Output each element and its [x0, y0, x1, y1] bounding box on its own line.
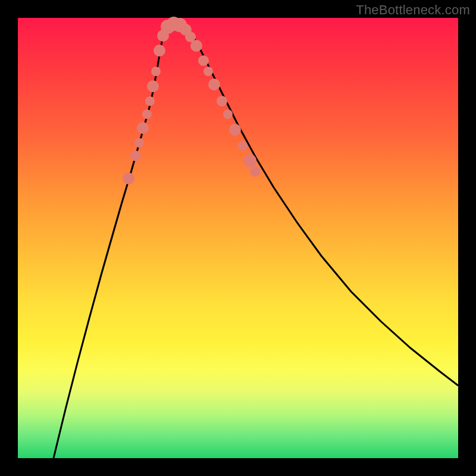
- watermark-text: TheBottleneck.com: [356, 2, 470, 18]
- chart-frame: TheBottleneck.com: [0, 0, 476, 476]
- curve-marker: [145, 96, 155, 106]
- curve-marker: [123, 173, 134, 184]
- curve-markers: [123, 17, 261, 184]
- curve-marker: [243, 154, 256, 167]
- curve-marker: [238, 141, 248, 151]
- curve-marker: [130, 151, 141, 161]
- curve-marker: [154, 45, 165, 57]
- curve-marker: [142, 109, 152, 119]
- curve-marker: [147, 80, 159, 92]
- curve-marker: [190, 40, 202, 52]
- chart-svg: [18, 18, 458, 458]
- curve-marker: [151, 67, 161, 76]
- chart-plot-area: [18, 18, 458, 458]
- curve-marker: [137, 122, 149, 134]
- bottleneck-curve: [54, 24, 458, 458]
- curve-marker: [223, 109, 233, 119]
- curve-marker: [134, 138, 144, 148]
- curve-marker: [198, 55, 209, 66]
- curve-marker: [208, 79, 220, 90]
- curve-marker: [250, 166, 261, 177]
- curve-marker: [229, 124, 241, 136]
- curve-marker: [217, 96, 227, 107]
- curve-marker: [203, 67, 213, 76]
